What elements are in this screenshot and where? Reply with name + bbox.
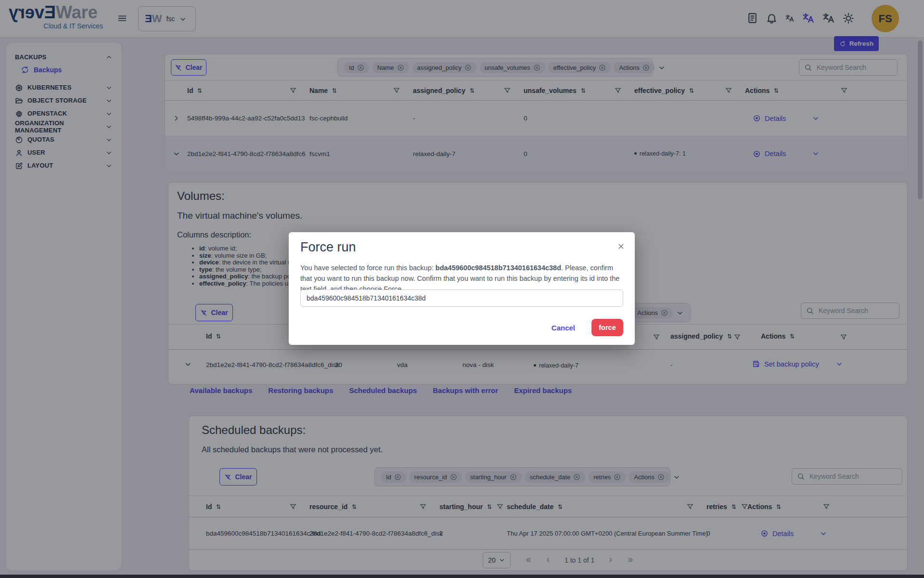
close-icon[interactable] — [617, 242, 625, 250]
app-screen: EveryWare Cloud & IT Services EW fsc FS … — [0, 0, 924, 578]
dialog-actions: Cancel force — [552, 319, 623, 336]
backup-id-text: bda459600c984518b71340161634c38d — [436, 264, 561, 272]
force-button[interactable]: force — [591, 319, 623, 336]
cancel-button[interactable]: Cancel — [552, 324, 575, 332]
backup-id-confirm-input[interactable] — [300, 289, 623, 307]
force-run-dialog: Force run You have selected to force run… — [289, 232, 635, 345]
dialog-title: Force run — [300, 240, 356, 255]
